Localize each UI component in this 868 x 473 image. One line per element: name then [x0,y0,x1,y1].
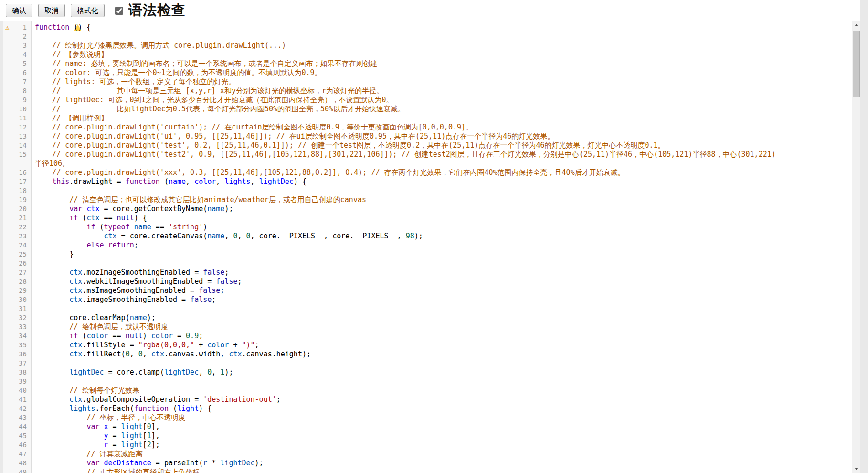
code-line[interactable]: ctx.imageSmoothingEnabled = false; [35,295,852,304]
code-token: ctx [86,204,99,213]
code-line[interactable]: // core.plugin.drawLight('curtain'); // … [35,123,852,132]
code-line[interactable] [35,377,852,386]
code-line[interactable]: // 其中每一项是三元组 [x,y,r] x和y分别为该灯光的横纵坐标，r为该灯… [35,86,852,96]
code-token: , [216,177,224,186]
code-line[interactable]: ctx.fillStyle = "rgba(0,0,0," + color + … [35,341,852,350]
code-token: , [143,350,151,358]
code-line[interactable]: // name: 必填，要绘制到的画布名；可以是一个系统画布，或者是个自定义画布… [35,59,852,68]
line-number: 3 [3,41,31,50]
code-line[interactable]: } [35,250,852,259]
format-button[interactable]: 格式化 [71,4,105,17]
code-line[interactable]: core.clearMap(name); [35,313,852,322]
code-editor[interactable]: ⚠123456789101112131415161718192021222324… [3,21,852,473]
confirm-button[interactable]: 确认 [6,4,32,17]
code-token [99,459,104,467]
code-token: name [134,223,151,231]
code-line[interactable]: lightDec = core.clamp(lightDec, 0, 1); [35,368,852,377]
line-number: 6 [3,68,31,77]
code-line[interactable]: // core.plugin.drawLight('test', 0.2, [[… [35,141,852,150]
code-token: ); [224,368,233,376]
code-line[interactable]: ctx.fillRect(0, 0, ctx.canvas.width, ctx… [35,350,852,359]
code-token: decDistance [104,459,151,467]
toolbar: 确认 取消 格式化 语法检查 [0,0,860,21]
code-token: // 绘制色调层，默认不透明度 [35,322,168,331]
code-line[interactable]: this.drawLight = function (name, color, … [35,177,852,186]
code-line[interactable]: // color: 可选，只能是一个0~1之间的数，为不透明度的值。不填则默认为… [35,68,852,77]
code-line[interactable]: // core.plugin.drawLight('xxx', 0.3, [[2… [35,168,852,177]
code-line[interactable] [35,259,852,268]
line-number: 29 [3,286,31,295]
code-token: = [173,332,186,340]
code-token [130,223,134,231]
code-line[interactable]: var ctx = core.getContextByName(name); [35,204,852,214]
line-number: 23 [3,232,31,241]
code-line[interactable]: // 正方形区域的直径和左上角坐标 [35,468,852,473]
scrollbar-thumb[interactable] [853,31,860,97]
cancel-button[interactable]: 取消 [38,4,65,17]
code-line[interactable] [35,32,852,41]
code-line[interactable] [35,304,852,313]
line-number: 4 [3,50,31,59]
scrollbar-up-button[interactable] [852,21,860,29]
code-line[interactable]: // 绘制灯光/漆黑层效果。调用方式 core.plugin.drawLight… [35,41,852,50]
code-token: // name: 必填，要绘制到的画布名；可以是一个系统画布，或者是个自定义画布… [35,59,377,68]
code-token: name [207,232,224,240]
gutter: ⚠123456789101112131415161718192021222324… [3,21,32,473]
code-token: 0 [138,350,143,358]
code-token: ctx [86,214,99,222]
code-token: 1 [147,431,151,440]
code-line[interactable] [35,359,852,368]
code-line[interactable]: ctx = core.createCanvas(name, 0, 0, core… [35,232,852,241]
code-line[interactable]: // 【参数说明】 [35,50,852,59]
code-line[interactable]: if (color == null) color = 0.9; [35,332,852,341]
code-line[interactable]: // 【调用样例】 [35,114,852,123]
code-line[interactable]: lights.forEach(function (light) { [35,404,852,413]
code-token: = core.clamp( [104,368,164,376]
code-line[interactable]: // core.plugin.drawLight('ui', 0.95, [[2… [35,132,852,141]
arrow-down-icon [855,468,858,470]
code-token: = core.getContextByName( [99,204,207,213]
code-line[interactable]: var decDistance = parseInt(r * lightDec)… [35,459,852,468]
code-line[interactable]: ctx.webkitImageSmoothingEnabled = false; [35,277,852,286]
code-token: // color: 可选，只能是一个0~1之间的数，为不透明度的值。不填则默认为… [35,68,322,77]
code-line[interactable]: // core.plugin.drawLight('test2', 0.9, [… [35,150,852,159]
syntax-check-checkbox[interactable] [115,7,123,15]
code-line[interactable]: // 坐标，半径，中心不透明度 [35,413,852,422]
page-margin [0,21,3,473]
code-token: // 计算衰减距离 [35,450,142,458]
code-line[interactable]: 半径106。 [35,159,852,168]
code-line[interactable]: function () { [35,23,852,32]
code-token: color [151,332,173,340]
code-line[interactable]: ctx.globalCompositeOperation = 'destinat… [35,395,852,404]
line-number: 49 [3,468,31,473]
code-line[interactable]: // lightDec: 可选，0到1之间，光从多少百分比才开始衰减（在此范围内… [35,96,852,105]
code-token [35,232,104,240]
code-line[interactable]: var x = light[0], [35,422,852,431]
code-token: , [130,350,138,358]
code-token: 0 [126,350,130,358]
code-token: [ [143,431,147,440]
code-line[interactable]: // 清空色调层；也可以修改成其它层比如animate/weather层，或者用… [35,195,852,204]
code-line[interactable]: ctx.mozImageSmoothingEnabled = false; [35,268,852,277]
code-line[interactable]: // lights: 可选，一个数组，定义了每个独立的灯光。 [35,77,852,86]
code-line[interactable]: // 绘制色调层，默认不透明度 [35,322,852,332]
scrollbar[interactable] [852,21,860,473]
code-line[interactable]: else return; [35,241,852,250]
code-token: = [108,431,121,440]
code-line[interactable]: if (typeof name == 'string') [35,223,852,232]
code-line[interactable]: y = light[1], [35,431,852,441]
code-token: , [199,368,207,376]
code-token: 0.9 [186,332,199,340]
code-line[interactable]: if (ctx == null) { [35,214,852,223]
code-line[interactable]: // 计算衰减距离 [35,450,852,459]
code-token: var [69,204,82,213]
code-area[interactable]: function () { // 绘制灯光/漆黑层效果。调用方式 core.pl… [32,21,852,473]
code-line[interactable]: // 绘制每个灯光效果 [35,386,852,395]
code-line[interactable]: r = light[2]; [35,441,852,450]
code-token [69,23,74,32]
code-line[interactable]: // 比如lightDec为0.5代表，每个灯光部分内圈50%的范围全亮，50%… [35,105,852,114]
code-token [35,341,69,349]
code-line[interactable]: ctx.msImageSmoothingEnabled = false; [35,286,852,295]
code-line[interactable] [35,186,852,195]
scrollbar-down-button[interactable] [852,465,860,473]
